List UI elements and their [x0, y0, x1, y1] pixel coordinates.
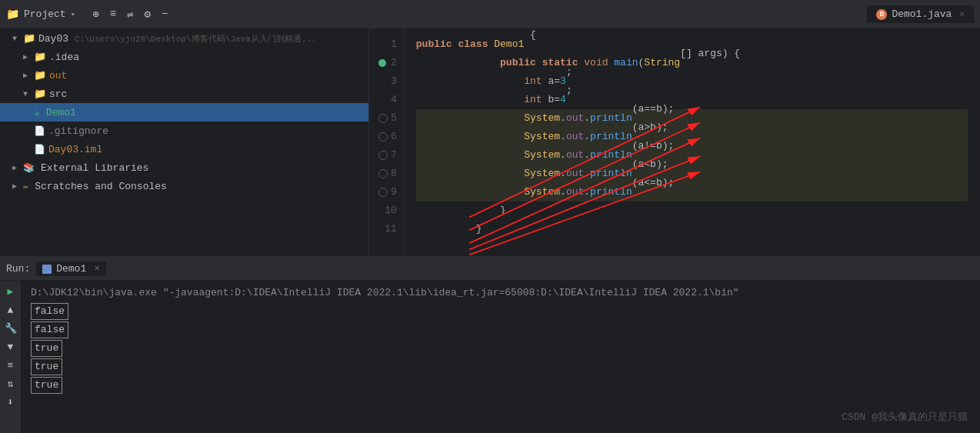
tree-label-day03iml: Day03.iml — [48, 144, 102, 155]
demo1-tab-icon: D — [876, 9, 887, 20]
run-play-button[interactable]: ▶ — [3, 284, 18, 299]
line-num-2: 2 — [378, 54, 397, 72]
main-area: ▼ 📁 Day03 C:\Users\yjn28\Desktop\博客代码\Ja… — [0, 29, 980, 256]
line-num-5: 5 — [378, 109, 397, 128]
line-num-8: 8 — [378, 165, 397, 183]
tree-item-day03iml[interactable]: 📄 Day03.iml — [0, 140, 368, 158]
tree-arrow-idea: ▶ — [20, 52, 31, 62]
tree-item-demo1[interactable]: ☕ Demo1 — [0, 103, 368, 122]
output-false-1: false — [31, 303, 68, 320]
sidebar: ▼ 📁 Day03 C:\Users\yjn28\Desktop\博客代码\Ja… — [0, 29, 369, 256]
editor-tabs: D Demo1.java × — [867, 5, 974, 23]
run-tab-close[interactable]: × — [94, 263, 100, 275]
run-tab-label: Demo1 — [56, 263, 86, 275]
line-num-3: 3 — [378, 72, 397, 91]
line-num-10: 10 — [378, 202, 397, 220]
bp-8[interactable] — [378, 169, 388, 178]
line-num-9: 9 — [378, 183, 397, 202]
csdn-watermark: CSDN @我头像真的只是只猫 — [842, 408, 968, 427]
tree-item-out[interactable]: ▶ 📁 out — [0, 66, 368, 85]
bp-7[interactable] — [378, 151, 388, 160]
folder-icon-out: 📁 — [34, 69, 46, 82]
tree-item-day03[interactable]: ▼ 📁 Day03 C:\Users\yjn28\Desktop\博客代码\Ja… — [0, 29, 368, 48]
bp-9[interactable] — [378, 188, 388, 197]
run-tab-icon — [42, 265, 52, 274]
run-bar1-button[interactable]: ≡ — [3, 358, 18, 373]
bp-5[interactable] — [378, 114, 388, 123]
tree-arrow-scratches: ▶ — [9, 182, 20, 191]
project-title[interactable]: Project — [24, 8, 66, 20]
code-line-10: } — [416, 202, 968, 220]
line-num-4: 4 — [378, 91, 397, 109]
run-down-button[interactable]: ▼ — [3, 339, 18, 355]
tree-label-out: out — [49, 70, 67, 82]
run-label: Run: — [6, 263, 30, 275]
project-folder-icon: 📁 — [6, 8, 19, 21]
extlib-icon: 📚 — [23, 162, 35, 174]
run-panel: Run: Demo1 × ▶ ▲ 🔧 ▼ ≡ ⇅ ⬇ D:\JDK12\bin\… — [0, 256, 980, 433]
tree-label-src: src — [49, 88, 67, 100]
run-up-button[interactable]: ▲ — [3, 302, 18, 318]
settings-icon[interactable]: ⚙ — [145, 8, 151, 21]
file-tree: ▼ 📁 Day03 C:\Users\yjn28\Desktop\博客代码\Ja… — [0, 29, 368, 256]
bp-6[interactable] — [378, 132, 388, 142]
demo1-tab-label: Demo1.java — [892, 8, 952, 20]
tree-arrow-out: ▶ — [20, 71, 31, 80]
title-bar-left: 📁 Project ▾ ⊕ ≡ ⇌ ⚙ − — [6, 8, 168, 21]
folder-icon-idea: 📁 — [34, 51, 46, 63]
output-true-2: true — [31, 358, 62, 375]
output-value-1: false — [31, 302, 971, 321]
output-path: D:\JDK12\bin\java.exe "-javaagent:D:\IDE… — [31, 284, 971, 302]
run-indicator-2[interactable] — [378, 59, 386, 67]
output-true-3: true — [31, 377, 62, 394]
tree-arrow-day03: ▼ — [9, 35, 20, 43]
line-num-1: 1 — [378, 35, 397, 54]
tree-label-scratches: Scratches and Consoles — [35, 181, 167, 192]
file-icon-iml: 📄 — [34, 144, 45, 155]
output-value-5: true — [31, 376, 971, 395]
tree-item-src[interactable]: ▼ 📁 src — [0, 85, 368, 103]
run-wrench-button[interactable]: 🔧 — [3, 321, 18, 336]
output-value-3: true — [31, 339, 971, 358]
code-container: 1 2 3 4 5 6 7 — [369, 29, 980, 256]
line-num-6: 6 — [378, 128, 397, 146]
demo1-tab-close[interactable]: × — [959, 10, 965, 19]
tree-label-gitignore: .gitignore — [48, 125, 108, 137]
demo1-tab[interactable]: D Demo1.java × — [867, 5, 974, 23]
tree-label-demo1: Demo1 — [46, 107, 76, 118]
tree-label-idea: .idea — [49, 52, 79, 63]
toolbar-icons: ⊕ ≡ ⇌ ⚙ − — [92, 8, 168, 21]
run-bar3-button[interactable]: ⬇ — [3, 395, 18, 410]
file-icon-gitignore: 📄 — [34, 125, 45, 137]
tree-item-extlibs[interactable]: ▶ 📚 External Libraries — [0, 158, 368, 177]
tree-item-gitignore[interactable]: 📄 .gitignore — [0, 122, 368, 140]
run-side-buttons: ▶ ▲ 🔧 ▼ ≡ ⇅ ⬇ — [0, 281, 22, 433]
run-body: ▶ ▲ 🔧 ▼ ≡ ⇅ ⬇ D:\JDK12\bin\java.exe "-ja… — [0, 281, 980, 433]
title-bar: 📁 Project ▾ ⊕ ≡ ⇌ ⚙ − D Demo1.java × — [0, 0, 980, 29]
tree-item-idea[interactable]: ▶ 📁 .idea — [0, 48, 368, 66]
folder-icon-src: 📁 — [34, 88, 46, 100]
code-content[interactable]: public class Demo1 { public static void … — [404, 29, 980, 256]
run-header: Run: Demo1 × — [0, 258, 980, 281]
output-value-2: false — [31, 321, 971, 339]
tree-arrow-extlibs: ▶ — [9, 163, 20, 172]
scratch-icon: ✏ — [23, 181, 28, 192]
line-num-11: 11 — [378, 220, 397, 238]
tree-arrow-src: ▼ — [20, 90, 31, 98]
tree-item-scratches[interactable]: ▶ ✏ Scratches and Consoles — [0, 177, 368, 195]
structure-icon[interactable]: ≡ — [110, 8, 116, 21]
run-tab-demo1[interactable]: Demo1 × — [36, 261, 106, 276]
output-true-1: true — [31, 340, 62, 357]
project-dropdown-icon[interactable]: ▾ — [71, 9, 76, 19]
run-bar2-button[interactable]: ⇅ — [3, 376, 18, 391]
line-num-7: 7 — [378, 146, 397, 165]
output-value-4: true — [31, 358, 971, 376]
run-output: D:\JDK12\bin\java.exe "-javaagent:D:\IDE… — [22, 281, 980, 433]
java-file-icon-demo1: ☕ — [34, 106, 40, 118]
add-icon[interactable]: ⊕ — [92, 8, 98, 21]
minimize-icon[interactable]: − — [162, 8, 168, 21]
line-numbers: 1 2 3 4 5 6 7 — [369, 29, 404, 256]
editor-area: 1 2 3 4 5 6 7 — [369, 29, 980, 256]
layout-icon[interactable]: ⇌ — [127, 8, 133, 21]
tree-label-extlibs: External Libraries — [41, 162, 148, 174]
